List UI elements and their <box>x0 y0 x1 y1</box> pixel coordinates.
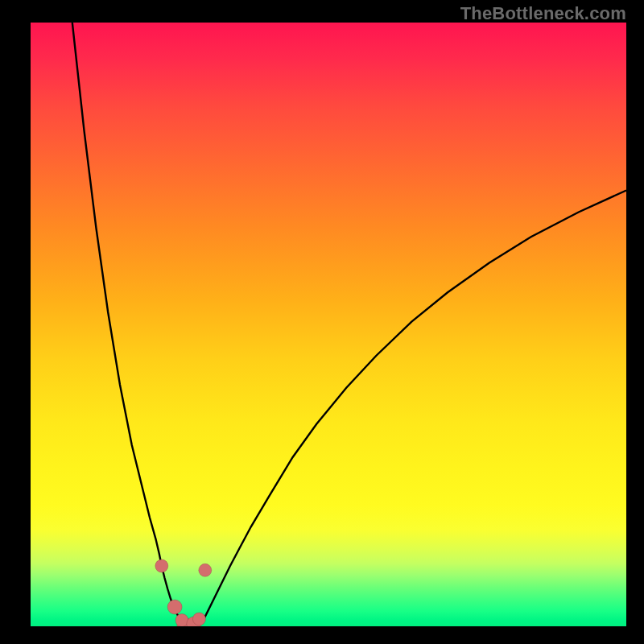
marker-dot <box>199 564 212 576</box>
plot-area <box>31 23 626 626</box>
left-branch-curve <box>72 23 184 625</box>
marker-dot <box>167 600 182 614</box>
marker-dot <box>155 559 168 572</box>
right-branch-curve <box>199 191 626 625</box>
chart-frame: TheBottleneck.com <box>0 0 644 644</box>
marker-dot <box>192 613 205 625</box>
watermark-text: TheBottleneck.com <box>460 3 626 24</box>
chart-svg <box>31 23 626 626</box>
marker-group <box>155 559 212 626</box>
